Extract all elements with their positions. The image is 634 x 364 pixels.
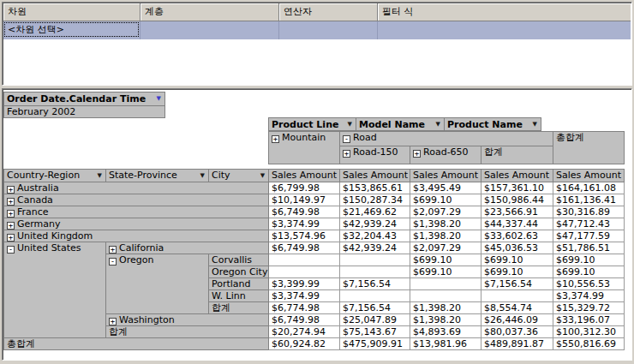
data-cell <box>410 278 481 290</box>
expand-plus-icon[interactable]: + <box>7 222 15 230</box>
data-cell: $60,924.82 <box>269 338 340 350</box>
member-label: Corvallis <box>212 254 252 266</box>
dropdown-arrow-icon[interactable]: ▼ <box>200 173 205 179</box>
selected-filter-row[interactable]: <차원 선택> <box>3 21 631 39</box>
measure-caption: Sales Amount <box>269 170 340 182</box>
data-cell <box>269 266 340 278</box>
data-cell: $51,786.51 <box>553 242 625 254</box>
column-header-hierarchy[interactable]: 계층 <box>141 3 279 21</box>
data-cell: $10,149.97 <box>269 194 340 206</box>
expand-plus-icon[interactable]: + <box>7 198 15 206</box>
data-cell: $699.10 <box>553 254 625 266</box>
member-label: 총합계 <box>556 132 584 143</box>
member-label: California <box>119 242 164 254</box>
collapse-minus-icon[interactable]: - <box>7 246 15 254</box>
column-header-dimension[interactable]: 차원 <box>3 3 141 21</box>
member-label: France <box>17 206 49 218</box>
measure-caption: Sales Amount <box>410 170 481 182</box>
collapse-minus-icon[interactable]: - <box>343 135 350 143</box>
data-cell <box>340 266 410 278</box>
column-header-operator[interactable]: 연산자 <box>279 3 378 21</box>
expand-plus-icon[interactable]: + <box>272 135 279 143</box>
member-label: Germany <box>17 218 61 230</box>
data-cell: $75,143.67 <box>340 326 410 338</box>
column-field-product-name[interactable]: Product Name ▼ <box>444 117 541 131</box>
column-members-row-1: +Mountain -Road 총합계 <box>4 132 625 146</box>
column-header-filter-expression[interactable]: 필터 식 <box>378 3 631 21</box>
member-label: United Kingdom <box>17 230 93 242</box>
row-field-city[interactable]: City▼ <box>209 170 269 182</box>
dropdown-arrow-icon[interactable]: ▼ <box>348 122 352 128</box>
field-label: Model Name <box>359 119 425 130</box>
row-field-country-region[interactable]: Country-Region▼ <box>4 170 106 182</box>
data-cell <box>410 290 481 302</box>
hierarchy-cell[interactable] <box>141 21 279 39</box>
row-member-united-kingdom: +United Kingdom <box>4 230 269 242</box>
data-cell: $161,136.41 <box>553 194 625 206</box>
data-cell: $699.10 <box>553 266 625 278</box>
expand-plus-icon[interactable]: + <box>413 150 421 158</box>
page-field-button[interactable]: Order Date.Calendar Time ▼ <box>3 92 165 106</box>
filter-expression-cell[interactable] <box>378 21 631 39</box>
row-member-canada: +Canada <box>4 194 269 206</box>
data-cell: $4,893.69 <box>410 326 481 338</box>
table-row: +United Kingdom $13,574.96 $32,204.43 $1… <box>4 230 625 242</box>
member-label: 합계 <box>109 326 128 337</box>
row-field-state-province[interactable]: State-Province▼ <box>106 170 209 182</box>
page-field-label: Order Date.Calendar Time <box>7 93 146 104</box>
data-cell: $1,398.20 <box>410 230 481 242</box>
dimension-filter-grid: 차원 계층 연산자 필터 식 <차원 선택> <box>2 2 632 86</box>
data-cell: $2,097.29 <box>410 206 481 218</box>
data-cell <box>340 254 410 266</box>
dimension-filter-pivot-screen: 차원 계층 연산자 필터 식 <차원 선택> Order Date.Calend… <box>0 0 634 364</box>
data-cell: $699.10 <box>410 254 481 266</box>
pivot-report-panel: Order Date.Calendar Time ▼ February 2002… <box>2 88 632 361</box>
row-member-portland: Portland <box>209 278 269 290</box>
data-cell: $550,816.69 <box>553 338 625 350</box>
row-member-france: +France <box>4 206 269 218</box>
data-cell: $1,398.20 <box>410 218 481 230</box>
column-field-model-name[interactable]: Model Name ▼ <box>356 117 445 131</box>
data-cell: $26,446.09 <box>481 314 553 326</box>
collapse-minus-icon[interactable]: - <box>109 258 117 266</box>
data-cell: $6,749.98 <box>269 242 340 254</box>
column-field-product-line[interactable]: Product Line ▼ <box>268 117 356 131</box>
field-label: Product Line <box>272 119 338 130</box>
member-label: 합계 <box>484 146 503 158</box>
expand-plus-icon[interactable]: + <box>109 246 117 254</box>
dropdown-arrow-icon[interactable]: ▼ <box>98 173 102 179</box>
dropdown-arrow-icon[interactable]: ▼ <box>533 122 537 128</box>
data-cell: $3,374.99 <box>553 290 625 302</box>
data-cell: $25,047.89 <box>340 314 410 326</box>
dimension-select-cell[interactable]: <차원 선택> <box>3 21 141 39</box>
row-member-california: +California <box>106 242 269 254</box>
expand-plus-icon[interactable]: + <box>7 186 15 194</box>
row-grand-total: 총합계 <box>4 338 269 350</box>
member-label: Road-650 <box>423 146 469 158</box>
table-row: +France $6,749.98 $21,469.62 $2,097.29 $… <box>4 206 625 218</box>
data-cell: $42,939.24 <box>340 242 410 254</box>
member-label: Oregon <box>119 254 153 266</box>
field-label: State-Province <box>109 170 177 181</box>
expand-plus-icon[interactable]: + <box>7 210 15 218</box>
member-label: W. Linn <box>212 290 246 301</box>
row-member-us-subtotal: 합계 <box>106 326 269 338</box>
data-cell: $15,329.72 <box>553 302 625 314</box>
data-cell: $33,602.63 <box>481 230 553 242</box>
data-cell: $13,981.96 <box>410 338 481 350</box>
operator-cell[interactable] <box>279 21 378 39</box>
expand-plus-icon[interactable]: + <box>343 150 350 158</box>
page-field-selected-member[interactable]: February 2002 <box>3 105 165 118</box>
expand-plus-icon[interactable]: + <box>7 234 15 242</box>
dropdown-arrow-icon[interactable]: ▼ <box>436 122 440 128</box>
dropdown-arrow-icon[interactable]: ▼ <box>260 173 265 179</box>
member-label: 합계 <box>212 302 230 313</box>
column-member-road650: +Road-650 <box>410 146 481 164</box>
data-cell: $23,566.91 <box>481 206 553 218</box>
data-cell: $44,337.44 <box>481 218 553 230</box>
expand-plus-icon[interactable]: + <box>109 318 117 325</box>
dimension-select-placeholder[interactable]: <차원 선택> <box>4 22 139 37</box>
dropdown-arrow-icon[interactable]: ▼ <box>157 96 161 102</box>
table-row: -United States +California $6,749.98 $42… <box>4 242 625 254</box>
pivot-table: +Mountain -Road 총합계 +Road-150 +Road-650 … <box>3 131 625 350</box>
